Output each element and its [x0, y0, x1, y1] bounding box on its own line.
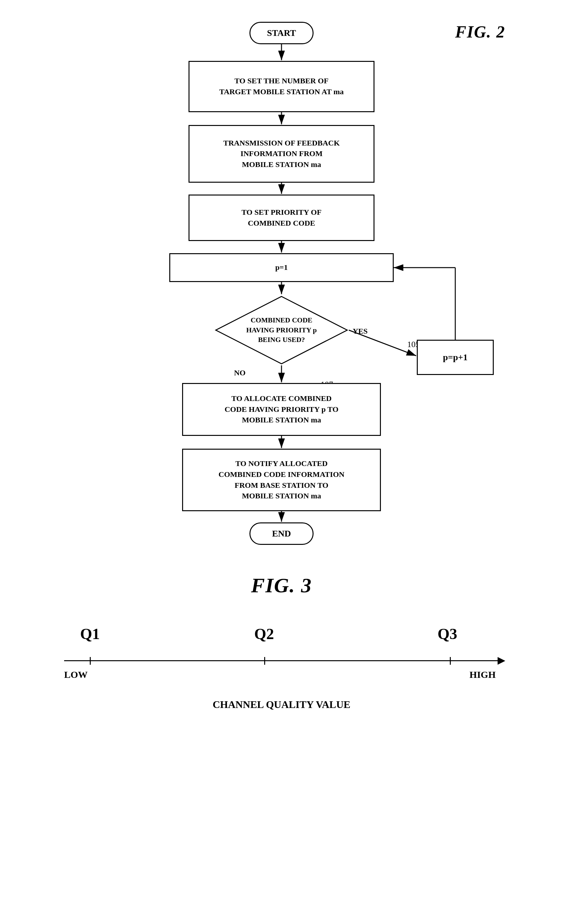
fig2-title: FIG. 2 [455, 22, 505, 41]
start-label: START [267, 28, 296, 38]
q3-label: Q3 [438, 625, 457, 643]
box-102: TRANSMISSION OF FEEDBACKINFORMATION FROM… [189, 125, 374, 183]
page: FIG. 2 START 101 TO SET THE NUMBER OFTAR… [0, 0, 563, 924]
yes-label: YES [353, 327, 368, 336]
channel-quality-label: CHANNEL QUALITY VALUE [213, 699, 350, 711]
low-label: LOW [64, 669, 87, 680]
box-107: TO ALLOCATE COMBINEDCODE HAVING PRIORITY… [182, 383, 381, 436]
box-108-text: TO NOTIFY ALLOCATEDCOMBINED CODE INFORMA… [219, 458, 345, 501]
box-104-text: p=1 [275, 262, 288, 273]
box-107-text: TO ALLOCATE COMBINEDCODE HAVING PRIORITY… [224, 393, 338, 426]
axis-line [64, 660, 499, 661]
end-oval: END [249, 522, 314, 545]
box-103: TO SET PRIORITY OFCOMBINED CODE [189, 195, 374, 241]
q1-label: Q1 [80, 625, 100, 643]
box-108: TO NOTIFY ALLOCATEDCOMBINED CODE INFORMA… [182, 449, 381, 511]
box-103-text: TO SET PRIORITY OFCOMBINED CODE [242, 207, 321, 228]
q3-tick [450, 657, 451, 665]
no-label: NO [234, 369, 246, 377]
box-105-text: p=p+1 [443, 352, 467, 363]
box-104: p=1 [169, 253, 394, 282]
fig3-title: FIG. 3 [251, 574, 312, 597]
box-102-text: TRANSMISSION OF FEEDBACKINFORMATION FROM… [223, 138, 339, 170]
box-101: TO SET THE NUMBER OFTARGET MOBILE STATIO… [189, 61, 374, 112]
q2-label: Q2 [254, 625, 274, 643]
q1-tick [90, 657, 91, 665]
start-oval: START [249, 22, 314, 44]
high-label: HIGH [469, 669, 495, 680]
q2-tick [264, 657, 265, 665]
box-101-text: TO SET THE NUMBER OFTARGET MOBILE STATIO… [219, 76, 344, 97]
diamond-106-text: COMBINED CODEHAVING PRIORITY pBEING USED… [246, 315, 317, 345]
axis-arrow [498, 657, 505, 665]
fig3-container: FIG. 3 Q1 Q2 Q3 LOW HIGH [0, 570, 563, 916]
box-105: p=p+1 [417, 340, 494, 375]
fig2-container: FIG. 2 START 101 TO SET THE NUMBER OFTAR… [0, 13, 563, 558]
fig3-chart: Q1 Q2 Q3 LOW HIGH CHANNEL QUALITY VALUE [64, 622, 499, 718]
diamond-106: COMBINED CODEHAVING PRIORITY pBEING USED… [214, 295, 349, 365]
end-label: END [272, 528, 291, 539]
